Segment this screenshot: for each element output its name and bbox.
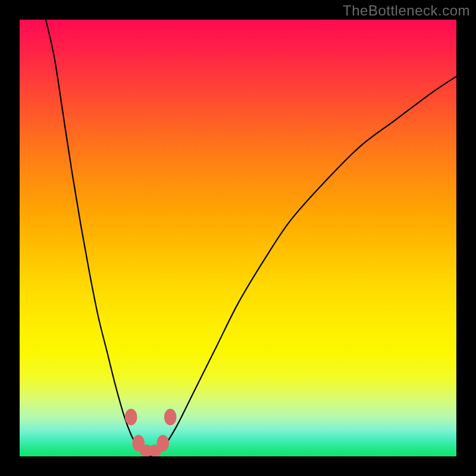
marker-group <box>125 409 177 456</box>
curve-left-branch <box>46 20 137 447</box>
curve-marker <box>125 409 137 425</box>
watermark-text: TheBottleneck.com <box>343 2 470 19</box>
curve-marker <box>164 409 177 425</box>
curve-marker <box>156 435 169 452</box>
chart-frame: TheBottleneck.com <box>0 0 476 476</box>
curve-right-branch <box>164 76 456 447</box>
plot-area <box>20 20 456 456</box>
curve-svg <box>20 20 456 456</box>
